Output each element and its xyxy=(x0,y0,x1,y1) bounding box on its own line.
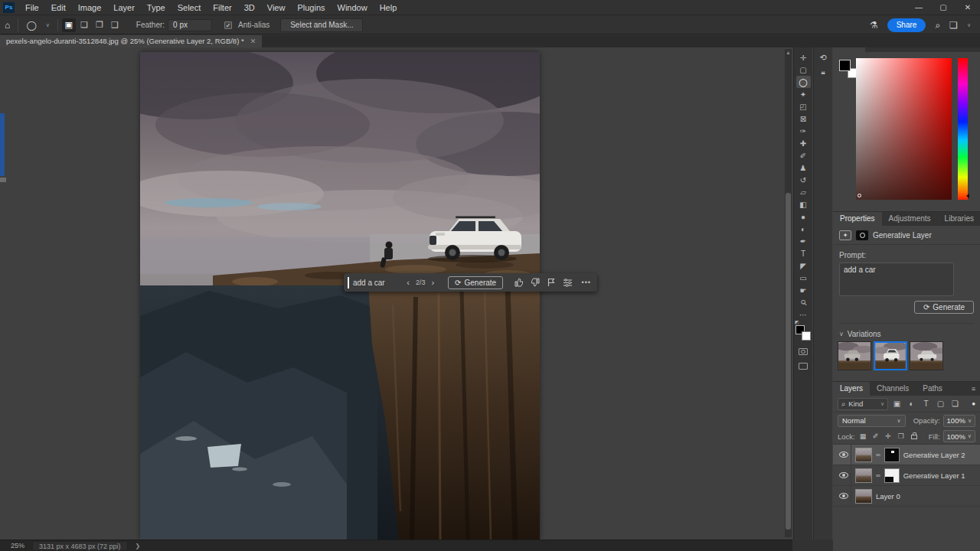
search-icon[interactable]: ⌕ xyxy=(930,20,945,31)
menu-view[interactable]: View xyxy=(261,0,292,15)
chevron-down-icon[interactable]: ∨ xyxy=(41,22,54,28)
screen-mode-button[interactable] xyxy=(799,363,808,370)
generate-button[interactable]: ⟳ Generate xyxy=(448,276,503,289)
filter-adjustment-layers-icon[interactable]: ◐ xyxy=(906,399,917,408)
menu-plugins[interactable]: Plugins xyxy=(291,0,331,15)
healing-brush-tool-icon[interactable]: ✚ xyxy=(796,137,811,149)
menu-edit[interactable]: Edit xyxy=(45,0,72,15)
canvas-image[interactable] xyxy=(140,52,540,540)
history-brush-tool-icon[interactable]: ↺ xyxy=(796,174,811,186)
layer-name[interactable]: Layer 0 xyxy=(876,492,900,500)
feather-input[interactable]: 0 px xyxy=(168,19,212,31)
move-tool-icon[interactable]: ✛ xyxy=(796,51,811,64)
foreground-background-colors[interactable]: ◩ xyxy=(795,325,811,341)
workspace-switcher-icon[interactable]: ❏ xyxy=(945,20,962,31)
menu-type[interactable]: Type xyxy=(141,0,172,15)
eye-icon[interactable] xyxy=(839,472,848,478)
menu-window[interactable]: Window xyxy=(332,0,374,15)
flag-icon[interactable] xyxy=(543,278,559,287)
tab-layers[interactable]: Layers xyxy=(833,382,870,396)
default-colors-icon[interactable]: ◩ xyxy=(795,319,801,324)
filter-pixel-layers-icon[interactable]: ▣ xyxy=(891,399,903,408)
add-selection-icon[interactable]: ❏ xyxy=(77,18,91,32)
clone-stamp-tool-icon[interactable]: ♟ xyxy=(796,161,811,174)
eraser-tool-icon[interactable]: ▱ xyxy=(796,186,811,198)
type-tool-icon[interactable]: T xyxy=(796,247,811,259)
opacity-input[interactable]: 100% ∨ xyxy=(943,415,975,427)
brush-tool-icon[interactable]: ✐ xyxy=(796,149,811,161)
select-and-mask-button[interactable]: Select and Mask... xyxy=(280,18,363,32)
menu-filter[interactable]: Filter xyxy=(207,0,237,15)
mask-link-icon[interactable]: ∞ xyxy=(876,452,880,458)
visibility-cell[interactable] xyxy=(836,486,851,506)
comments-panel-icon[interactable]: ❝ xyxy=(816,67,831,81)
variation-thumb-1[interactable] xyxy=(838,341,871,370)
eye-icon[interactable] xyxy=(839,452,848,458)
visibility-cell[interactable] xyxy=(836,465,851,485)
saturation-brightness-field[interactable] xyxy=(856,58,952,200)
menu-3d[interactable]: 3D xyxy=(238,0,261,15)
eye-icon[interactable] xyxy=(839,493,848,499)
layer-row-generative-layer-1[interactable]: ∞ Generative Layer 1 xyxy=(833,465,980,486)
lasso-tool-preset-icon[interactable]: ◯ xyxy=(21,20,41,31)
lock-artboard-icon[interactable]: ❐ xyxy=(896,432,906,440)
foreground-color-swatch[interactable] xyxy=(839,60,851,71)
lock-position-icon[interactable]: ✛ xyxy=(884,432,893,440)
path-select-tool-icon[interactable]: ◤ xyxy=(796,259,811,272)
scroll-up-arrow-icon[interactable]: ▲ xyxy=(785,49,792,57)
filter-kind-dropdown[interactable]: ⌕ Kind ∨ xyxy=(838,398,888,410)
layer-thumbnail[interactable] xyxy=(855,448,872,462)
settings-sliders-icon[interactable] xyxy=(559,278,575,287)
generate-button[interactable]: ⟳ Generate xyxy=(914,301,974,314)
tab-libraries[interactable]: Libraries xyxy=(938,212,980,226)
gradient-tool-icon[interactable]: ◧ xyxy=(796,198,811,210)
marquee-tool-icon[interactable]: ▢ xyxy=(796,64,811,76)
layer-thumbnail[interactable] xyxy=(855,468,872,483)
quick-mask-button[interactable] xyxy=(799,348,808,355)
dodge-tool-icon[interactable]: ◐ xyxy=(796,223,811,235)
history-panel-icon[interactable]: ⟲ xyxy=(816,51,831,64)
magic-wand-tool-icon[interactable]: ✦ xyxy=(796,88,811,100)
more-options-icon[interactable]: ••• xyxy=(576,279,597,286)
filter-shape-layers-icon[interactable]: ▢ xyxy=(935,399,946,408)
lock-all-icon[interactable] xyxy=(911,435,917,439)
layer-mask-thumbnail[interactable] xyxy=(884,448,900,462)
menu-layer[interactable]: Layer xyxy=(107,0,141,15)
chevron-down-icon[interactable]: ∨ xyxy=(962,22,975,28)
fill-input[interactable]: 100% ∨ xyxy=(943,430,975,442)
blend-mode-dropdown[interactable]: Normal ∨ xyxy=(838,415,906,427)
lock-pixels-icon[interactable]: ✐ xyxy=(871,432,880,440)
panel-menu-icon[interactable]: ≡ xyxy=(967,382,980,396)
lasso-tool-icon[interactable]: ◯ xyxy=(796,76,811,88)
maximize-button[interactable]: ▢ xyxy=(931,0,956,15)
shape-tool-icon[interactable]: ▭ xyxy=(796,272,811,284)
filter-smart-objects-icon[interactable]: ❏ xyxy=(949,399,961,408)
variation-thumb-3[interactable] xyxy=(910,341,943,370)
share-button[interactable]: Share xyxy=(887,18,926,32)
antialias-checkbox[interactable]: ✓ xyxy=(224,21,232,29)
close-button[interactable]: ✕ xyxy=(956,0,980,15)
prompt-textarea[interactable]: add a car xyxy=(839,262,954,296)
layer-name[interactable]: Generative Layer 1 xyxy=(903,471,965,480)
document-tab[interactable]: pexels-angelo-duranti-3512848.jpg @ 25% … xyxy=(0,35,262,47)
frame-tool-icon[interactable]: ⊠ xyxy=(796,112,811,125)
previous-variation-button[interactable]: ‹ xyxy=(400,278,416,287)
pen-tool-icon[interactable]: ✒ xyxy=(796,235,811,247)
blur-tool-icon[interactable]: ● xyxy=(796,210,811,223)
home-icon[interactable]: ⌂ xyxy=(0,20,15,31)
menu-select[interactable]: Select xyxy=(172,0,207,15)
next-variation-button[interactable]: › xyxy=(425,278,440,287)
canvas-vertical-scrollbar[interactable]: ▲ xyxy=(785,49,792,537)
variations-header[interactable]: ∨ Variations xyxy=(839,323,974,338)
status-chevron-icon[interactable]: ❯ xyxy=(128,543,149,549)
zoom-level-field[interactable]: 25% xyxy=(0,542,32,549)
taskbar-prompt-input[interactable]: add a car xyxy=(353,279,400,287)
tech-preview-icon[interactable]: ⚗ xyxy=(865,20,883,31)
scrollbar-thumb[interactable] xyxy=(786,193,791,530)
tab-channels[interactable]: Channels xyxy=(870,382,916,396)
layer-name[interactable]: Generative Layer 2 xyxy=(903,451,965,459)
tab-close-icon[interactable]: ✕ xyxy=(250,35,256,47)
menu-help[interactable]: Help xyxy=(374,0,403,15)
subtract-selection-icon[interactable]: ❐ xyxy=(93,18,106,32)
canvas-area[interactable]: add a car ‹ 2/3 › ⟳ Generate ••• xyxy=(0,47,792,540)
